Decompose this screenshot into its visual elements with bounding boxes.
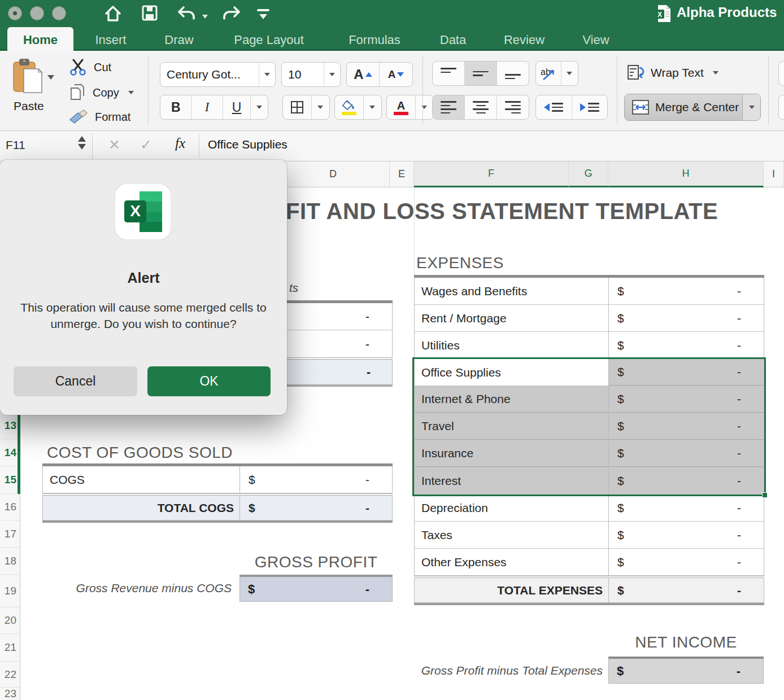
- column-header-d[interactable]: D: [277, 161, 390, 187]
- confirm-entry-icon[interactable]: ✓: [140, 137, 152, 153]
- excel-app-icon: X: [115, 183, 171, 240]
- align-left-button[interactable]: [433, 95, 465, 119]
- shrink-font-button[interactable]: A: [380, 63, 412, 86]
- row-header-23[interactable]: 23: [0, 688, 20, 700]
- merge-center-button[interactable]: Merge & Center: [625, 94, 742, 120]
- column-header-h[interactable]: H: [608, 161, 764, 187]
- net-income-heading: NET INCOME: [608, 633, 764, 651]
- tab-formulas[interactable]: Formulas: [336, 27, 413, 53]
- close-window-button[interactable]: [8, 6, 22, 20]
- clipped-ribbon-button-top[interactable]: [778, 61, 784, 86]
- table-row[interactable]: Depreciation $-: [414, 495, 764, 522]
- borders-dropdown-arrow[interactable]: [312, 95, 329, 119]
- cancel-entry-icon[interactable]: ✕: [108, 137, 120, 153]
- merge-center-icon: [631, 99, 650, 115]
- underline-button[interactable]: U: [223, 95, 251, 119]
- name-box-spinner[interactable]: [78, 136, 86, 150]
- bold-button[interactable]: B: [160, 95, 191, 119]
- undo-icon[interactable]: [176, 5, 198, 23]
- row-header-13[interactable]: 13: [0, 413, 20, 439]
- table-row[interactable]: Rent / Mortgage $-: [414, 305, 764, 332]
- customize-toolbar-icon[interactable]: [257, 9, 269, 19]
- wrap-text-button[interactable]: Wrap Text: [627, 64, 718, 81]
- ok-button[interactable]: OK: [147, 366, 271, 396]
- gross-profit-value-cell[interactable]: $-: [239, 575, 393, 602]
- font-name-select[interactable]: Century Got...: [160, 62, 276, 87]
- underline-dropdown-arrow[interactable]: [251, 95, 268, 119]
- column-header-f[interactable]: F: [414, 161, 569, 187]
- format-label: Format: [95, 111, 130, 124]
- cogs-row[interactable]: COGS $-: [42, 466, 393, 493]
- redo-icon[interactable]: [220, 5, 242, 23]
- font-name-dropdown-arrow[interactable]: [264, 73, 270, 76]
- row-header-14[interactable]: 14: [0, 439, 20, 466]
- orientation-dropdown-arrow[interactable]: [561, 62, 578, 85]
- undo-dropdown-arrow[interactable]: [202, 15, 208, 19]
- selection-border: [412, 357, 766, 496]
- table-row[interactable]: Wages and Benefits $-: [414, 278, 764, 305]
- home-icon[interactable]: [104, 5, 122, 23]
- fill-color-button[interactable]: [335, 95, 364, 119]
- tab-insert[interactable]: Insert: [84, 27, 138, 53]
- font-size-dropdown-arrow[interactable]: [329, 73, 335, 76]
- fill-color-dropdown-arrow[interactable]: [364, 95, 381, 119]
- row-header-20[interactable]: 20: [0, 607, 20, 634]
- row-header-19[interactable]: 19: [0, 575, 20, 607]
- grow-font-button[interactable]: A: [347, 63, 380, 86]
- font-color-button[interactable]: A: [387, 95, 416, 119]
- fx-icon[interactable]: fx: [175, 135, 185, 151]
- decrease-indent-button[interactable]: [536, 95, 572, 119]
- align-right-button[interactable]: [497, 95, 529, 119]
- align-top-button[interactable]: [433, 62, 465, 85]
- table-row[interactable]: Utilities $-: [414, 332, 764, 359]
- paste-dropdown-arrow[interactable]: [47, 75, 54, 80]
- minimize-window-button[interactable]: [30, 6, 44, 20]
- align-bottom-button[interactable]: [497, 62, 529, 85]
- column-header-g[interactable]: G: [569, 161, 608, 187]
- row-header-21[interactable]: 21: [0, 634, 20, 662]
- formula-input-value[interactable]: Office Supplies: [208, 138, 288, 151]
- cut-button[interactable]: Cut: [69, 59, 111, 76]
- increase-indent-button[interactable]: [572, 95, 608, 119]
- format-painter-button[interactable]: Format: [69, 108, 130, 125]
- copy-label: Copy: [93, 86, 119, 99]
- row-header-18[interactable]: 18: [0, 548, 20, 575]
- copy-button[interactable]: Copy: [69, 84, 134, 102]
- row-header-22[interactable]: 22: [0, 662, 20, 688]
- column-header-i[interactable]: I: [764, 161, 784, 187]
- text-orientation-button[interactable]: ab: [536, 62, 561, 85]
- tab-home[interactable]: Home: [7, 27, 73, 53]
- row-header-15[interactable]: 15: [0, 466, 20, 494]
- wrap-text-dropdown-arrow[interactable]: [713, 71, 718, 75]
- net-income-value-cell[interactable]: $-: [608, 657, 764, 684]
- merge-center-dropdown-arrow[interactable]: [742, 94, 760, 120]
- font-color-dropdown-arrow[interactable]: [416, 95, 433, 119]
- selection-fill-handle[interactable]: [762, 492, 768, 498]
- font-style-buttons: B I U: [160, 95, 268, 120]
- table-row[interactable]: Other Expenses $-: [414, 549, 764, 576]
- font-size-select[interactable]: 10: [281, 62, 341, 87]
- name-box[interactable]: F11: [6, 138, 25, 152]
- tab-page-layout[interactable]: Page Layout: [220, 27, 317, 53]
- total-expenses-row[interactable]: TOTAL EXPENSES $-: [414, 578, 764, 603]
- column-header-e[interactable]: E: [390, 161, 414, 187]
- paste-button[interactable]: [10, 58, 45, 97]
- tab-data[interactable]: Data: [429, 27, 477, 53]
- row-header-17[interactable]: 17: [0, 520, 20, 548]
- borders-button-group: [282, 95, 330, 120]
- align-center-button[interactable]: [465, 95, 497, 119]
- borders-button[interactable]: [283, 95, 312, 119]
- clipped-ribbon-button-bottom[interactable]: [778, 95, 784, 120]
- row-header-16[interactable]: 16: [0, 494, 20, 520]
- align-middle-button[interactable]: [465, 62, 497, 85]
- total-cogs-row[interactable]: TOTAL COGS $-: [42, 496, 393, 520]
- zoom-window-button[interactable]: [52, 6, 66, 20]
- tab-draw[interactable]: Draw: [154, 27, 204, 53]
- tab-review[interactable]: Review: [493, 27, 556, 53]
- tab-view[interactable]: View: [572, 27, 620, 53]
- save-icon[interactable]: [141, 5, 158, 21]
- table-row[interactable]: Taxes $-: [414, 522, 764, 549]
- italic-button[interactable]: I: [191, 95, 223, 119]
- copy-dropdown-arrow[interactable]: [128, 91, 134, 94]
- cancel-button[interactable]: Cancel: [14, 366, 137, 396]
